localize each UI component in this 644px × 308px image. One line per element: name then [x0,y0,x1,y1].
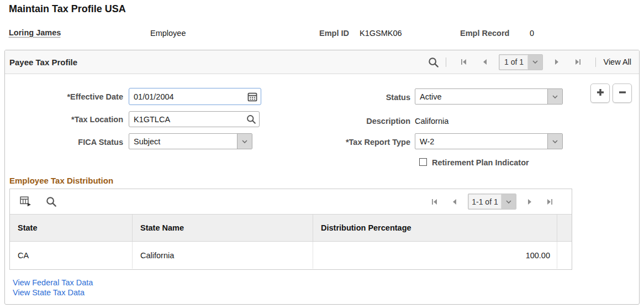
grid-toolbar: 1-1 of 1 [10,189,572,214]
employee-tax-distribution-grid: 1-1 of 1 State State Name Dist [9,189,572,270]
tax-location-input[interactable] [129,115,242,124]
tax-report-type-select[interactable]: W-2 [415,133,563,149]
cell-distribution-percentage: 100.00 [313,242,557,269]
chevron-down-icon [502,194,516,209]
page-selector[interactable]: 1 of 1 [499,54,543,70]
grid-pagination: 1-1 of 1 [425,194,559,210]
table-header-row: State State Name Distribution Percentage [10,214,572,242]
column-header-state: State [10,215,133,241]
effective-date-label: *Effective Date [18,92,123,101]
divider [595,58,596,67]
effective-date-input[interactable] [129,92,244,101]
view-federal-tax-data-link[interactable]: View Federal Tax Data [13,278,93,287]
cell-state-name: California [133,242,313,269]
grid-action-menu-icon[interactable] [20,196,31,207]
effective-date-field-wrap [129,88,261,105]
delete-row-button[interactable] [613,83,632,103]
empl-id-label: Empl ID [319,29,349,38]
view-state-tax-data-link[interactable]: View State Tax Data [13,288,85,297]
grid-page-selector[interactable]: 1-1 of 1 [468,194,516,210]
cell-state: CA [10,242,133,269]
grid-search-icon[interactable] [46,196,56,207]
cell-spacer [557,242,572,269]
next-page-icon[interactable] [553,58,561,66]
employee-name-link[interactable]: Loring James [9,28,61,37]
payee-tax-profile-groupbox: Payee Tax Profile 1 of 1 [4,50,640,305]
empl-record-value: 0 [530,29,534,38]
plus-icon [596,88,605,99]
fica-status-label: FICA Status [18,138,123,147]
divider [446,58,446,67]
employee-tax-distribution-title: Employee Tax Distribution [9,176,113,185]
tax-report-type-select-value: W-2 [415,134,547,149]
status-select[interactable]: Active [415,88,563,105]
last-page-icon[interactable] [574,58,582,66]
empl-id-value: K1GSMK06 [360,29,402,38]
column-header-distribution-percentage: Distribution Percentage [313,215,557,241]
payee-tax-profile-title: Payee Tax Profile [9,58,77,67]
header-pagination: 1 of 1 View All [428,54,631,70]
page-selector-value: 1 of 1 [499,55,528,70]
view-all-link[interactable]: View All [603,58,631,66]
empl-record-label: Empl Record [460,29,509,38]
retirement-plan-checkbox[interactable] [419,158,427,166]
column-header-state-name: State Name [133,215,313,241]
chevron-down-icon [528,55,542,70]
table-row: CA California 100.00 [10,242,572,269]
chevron-down-icon [547,134,562,149]
page-title: Maintain Tax Profile USA [9,3,126,15]
grid-last-page-icon[interactable] [546,198,553,206]
calendar-icon[interactable] [244,92,261,102]
grid-first-page-icon[interactable] [431,198,439,206]
column-header-spacer [557,215,572,241]
tax-location-field-wrap [129,111,260,127]
description-value: California [415,117,448,126]
employee-type-label: Employee [150,29,186,38]
status-select-value: Active [415,89,547,104]
grid-next-page-icon[interactable] [526,198,534,206]
status-label: Status [303,93,410,102]
description-label: Description [303,117,410,126]
payee-tax-profile-header: Payee Tax Profile 1 of 1 [5,50,639,74]
minus-icon [618,88,627,99]
chevron-down-icon [237,134,252,149]
fica-status-select-value: Subject [129,134,237,149]
grid-previous-page-icon[interactable] [451,198,458,206]
first-page-icon[interactable] [460,58,468,66]
retirement-plan-label: Retirement Plan Indicator [432,158,529,167]
add-row-button[interactable] [590,83,610,103]
tax-location-label: *Tax Location [18,115,123,124]
maintain-tax-profile-page: Maintain Tax Profile USA Loring James Em… [0,0,644,308]
tax-report-type-label: *Tax Report Type [303,138,410,147]
lookup-icon[interactable] [242,114,259,124]
grid-page-selector-value: 1-1 of 1 [468,194,502,209]
chevron-down-icon [547,89,562,104]
fica-status-select[interactable]: Subject [129,133,252,149]
find-icon[interactable] [428,57,439,67]
previous-page-icon[interactable] [481,58,489,66]
